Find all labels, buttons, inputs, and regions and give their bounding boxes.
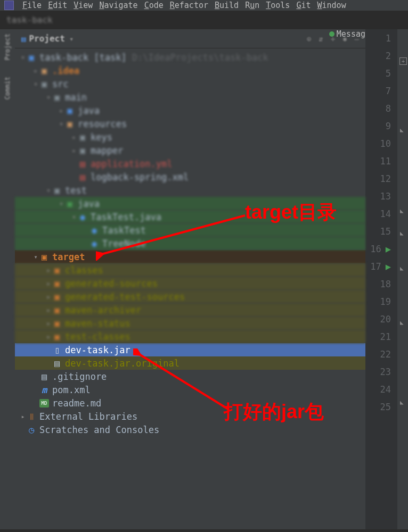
class-icon: ◉: [78, 213, 87, 221]
target-icon[interactable]: ⊙: [307, 35, 311, 43]
messages-tab[interactable]: Messag: [329, 29, 365, 39]
folder-icon: ▣: [39, 66, 49, 75]
menu-window[interactable]: Window: [317, 1, 346, 10]
menu-git[interactable]: Git: [296, 1, 311, 10]
tree-scratches[interactable]: ◷ Scratches and Consoles: [15, 423, 365, 436]
tree-java-main[interactable]: ▸ ▣ java: [15, 104, 365, 117]
chevron-right-icon[interactable]: ▸: [58, 107, 65, 114]
menu-run[interactable]: Run: [245, 1, 259, 10]
line-number: 24: [365, 380, 397, 398]
yml-icon: ▤: [78, 160, 87, 168]
folder-icon: ▣: [39, 80, 49, 88]
chevron-down-icon[interactable]: ▾: [19, 54, 27, 61]
chevron-down-icon[interactable]: ▾: [45, 187, 52, 194]
tree-label: TaskTest.java: [91, 212, 161, 222]
dropdown-icon[interactable]: ▾: [69, 35, 74, 43]
line-number: 20: [365, 310, 397, 328]
chevron-down-icon[interactable]: ▾: [70, 213, 78, 221]
folder-icon: ▣: [65, 120, 75, 128]
line-number: 21: [365, 328, 397, 345]
tree-idea[interactable]: ▸ ▣ .idea: [15, 64, 365, 77]
tree-tasktest-class[interactable]: ◉ TaskTest: [15, 223, 365, 237]
menu-file[interactable]: File: [22, 1, 42, 10]
tree-label: generated-sources: [65, 278, 158, 289]
chevron-right-icon[interactable]: ▸: [45, 306, 52, 314]
line-number: 2: [365, 47, 397, 64]
tree-java-test[interactable]: ▾ ▣ java: [15, 197, 365, 210]
tree-label: Scratches and Consoles: [39, 425, 159, 435]
chevron-down-icon[interactable]: ▾: [58, 120, 65, 128]
tree-classes[interactable]: ▸ ▣ classes: [15, 263, 365, 277]
menu-edit[interactable]: Edit: [48, 1, 67, 10]
chevron-right-icon[interactable]: ▸: [45, 267, 52, 274]
tree-root[interactable]: ▾ ▣ task-back [task] D:\IdeaProjects\tas…: [15, 51, 365, 64]
tree-label: main: [65, 92, 87, 103]
chevron-down-icon[interactable]: ▾: [32, 80, 39, 88]
tree-main[interactable]: ▾ ▣ main: [15, 90, 365, 104]
tree-appyml[interactable]: ▤ application.yml: [15, 157, 365, 170]
tree-readme[interactable]: MD readme.md: [15, 396, 365, 410]
menu-navigate[interactable]: Navigate: [99, 1, 137, 10]
chevron-right-icon[interactable]: ▸: [45, 280, 52, 287]
chevron-right-icon[interactable]: ▸: [32, 67, 39, 74]
menu-view[interactable]: View: [74, 1, 93, 10]
library-icon: ⫴: [27, 412, 36, 421]
tree-gensources[interactable]: ▸ ▣ generated-sources: [15, 277, 365, 290]
tree-resources[interactable]: ▾ ▣ resources: [15, 117, 365, 130]
tree-mavenarchiver[interactable]: ▸ ▣ maven-archiver: [15, 303, 365, 317]
chevron-right-icon[interactable]: ▸: [70, 134, 78, 141]
gutter-marker-icon: ◣: [400, 230, 406, 237]
tree-tasktest-file[interactable]: ▾ ◉ TaskTest.java: [15, 210, 365, 223]
tree-mavenstatus[interactable]: ▸ ▣ maven-status: [15, 317, 365, 330]
tree-label: mapper: [91, 145, 123, 156]
line-number: 9: [365, 117, 397, 135]
project-panel-title: Project: [29, 34, 64, 44]
folder-icon: ▣: [52, 319, 62, 328]
run-gutter-icon[interactable]: ▶: [386, 244, 391, 254]
sidebar-tab-commit[interactable]: Commit: [4, 77, 11, 99]
expand-icon[interactable]: ⇵: [319, 35, 323, 43]
chevron-right-icon[interactable]: ▸: [45, 293, 52, 301]
project-tree[interactable]: ▾ ▣ task-back [task] D:\IdeaProjects\tas…: [15, 48, 365, 438]
run-gutter-icon[interactable]: ▶: [386, 261, 391, 272]
tree-mapper[interactable]: ▸ ▣ mapper: [15, 144, 365, 157]
tree-label: .idea: [52, 65, 79, 76]
folder-icon: ▣: [65, 106, 75, 115]
sidebar-tab-project[interactable]: Project: [4, 34, 11, 61]
tree-src[interactable]: ▾ ▣ src: [15, 77, 365, 90]
tree-testclasses[interactable]: ▸ ▣ test-classes: [15, 330, 365, 343]
chevron-right-icon[interactable]: ▸: [70, 147, 78, 154]
right-marker-strip: [397, 29, 408, 529]
menu-refactor[interactable]: Refactor: [170, 1, 208, 10]
tree-devjar[interactable]: ▯ dev-task.jar: [15, 343, 365, 356]
menu-tools[interactable]: Tools: [266, 1, 290, 10]
tree-gentestsources[interactable]: ▸ ▣ generated-test-sources: [15, 290, 365, 303]
folder-icon: ▣: [52, 306, 62, 314]
tree-extlibs[interactable]: ▸ ⫴ External Libraries: [15, 410, 365, 423]
tree-keys[interactable]: ▸ ▣ keys: [15, 130, 365, 144]
chevron-right-icon[interactable]: ▸: [45, 320, 52, 327]
tree-treenode[interactable]: ◉ TreeNode: [15, 237, 365, 250]
tree-label: src: [52, 79, 69, 89]
gutter-marker-icon: ◣: [400, 399, 406, 406]
tree-label: dev-task.jar: [65, 345, 130, 355]
chevron-down-icon[interactable]: ▾: [45, 94, 52, 101]
chevron-right-icon[interactable]: ▸: [19, 413, 27, 420]
chevron-down-icon[interactable]: ▾: [58, 200, 65, 207]
tree-label: task-back [task]: [39, 52, 127, 63]
add-marker-icon[interactable]: +: [399, 57, 407, 65]
tree-pom[interactable]: m pom.xml: [15, 383, 365, 396]
line-number: 7: [365, 82, 397, 99]
folder-icon: ▣: [52, 266, 62, 275]
tree-gitignore[interactable]: ▤ .gitignore: [15, 370, 365, 383]
chevron-down-icon[interactable]: ▾: [32, 253, 39, 261]
tree-label: target: [52, 252, 85, 262]
tree-devjar-orig[interactable]: ▤ dev-task.jar.original: [15, 356, 365, 370]
tree-target[interactable]: ▾ ▣ target: [15, 250, 365, 263]
class-icon: ◉: [89, 226, 99, 235]
tree-test[interactable]: ▾ ▣ test: [15, 184, 365, 197]
chevron-right-icon[interactable]: ▸: [45, 333, 52, 340]
menu-code[interactable]: Code: [144, 1, 164, 10]
tree-logback[interactable]: ▤ logback-spring.xml: [15, 170, 365, 184]
menu-build[interactable]: Build: [215, 1, 239, 10]
